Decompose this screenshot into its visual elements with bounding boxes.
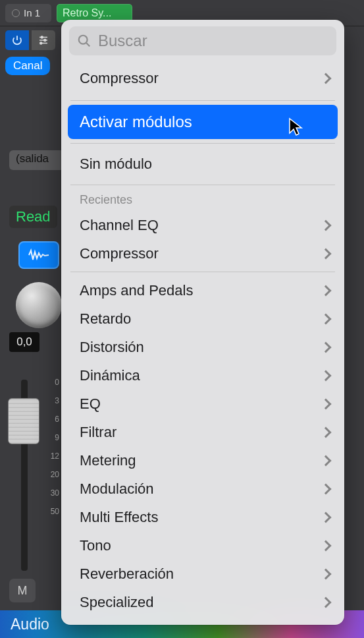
menu-item-label: Activar módulos	[80, 113, 192, 131]
menu-item-label: Tono	[80, 537, 111, 554]
menu-item-reverberacion[interactable]: Reverberación	[61, 560, 344, 588]
menu-item-specialized[interactable]: Specialized	[61, 588, 344, 616]
sliders-icon	[38, 34, 49, 46]
input-indicator-icon	[12, 9, 20, 17]
fader-scale: 0 3 6 9 12 20 30 50	[47, 373, 59, 521]
scale-tick: 9	[47, 428, 59, 447]
search-icon	[77, 34, 91, 48]
svg-point-5	[40, 42, 42, 44]
settings-button[interactable]	[32, 30, 55, 50]
svg-line-7	[86, 43, 90, 46]
menu-item-utility[interactable]: Utility	[61, 616, 344, 625]
menu-item-metering[interactable]: Metering	[61, 446, 344, 475]
separator	[70, 185, 335, 185]
plugin-menu-popover: Compressor Activar módulos Sin módulo Re…	[61, 20, 344, 625]
scale-tick: 50	[47, 502, 59, 521]
recents-header: Recientes	[61, 189, 344, 211]
search-input[interactable]	[98, 32, 328, 50]
scale-tick: 0	[47, 373, 59, 392]
chevron-right-icon	[321, 398, 332, 409]
chevron-right-icon	[321, 540, 332, 551]
svg-point-4	[44, 40, 46, 42]
fader-cap[interactable]	[8, 398, 39, 444]
chevron-right-icon	[321, 248, 332, 259]
pan-readout: 0,0	[9, 332, 39, 352]
chevron-right-icon	[321, 455, 332, 466]
menu-item-label: Channel EQ	[80, 217, 159, 234]
chevron-right-icon	[321, 568, 332, 579]
menu-item-compressor[interactable]: Compressor	[61, 61, 344, 96]
pan-knob[interactable]	[16, 282, 62, 328]
menu-item-activate-modules[interactable]: Activar módulos	[68, 105, 338, 139]
chevron-right-icon	[321, 511, 332, 523]
menu-item-label: Metering	[80, 452, 136, 469]
chevron-right-icon	[321, 483, 332, 494]
menu-item-amps-pedals[interactable]: Amps and Pedals	[61, 276, 344, 304]
scale-tick: 20	[47, 465, 59, 484]
separator	[70, 100, 335, 101]
separator	[70, 272, 335, 272]
channel-type-pill[interactable]: Canal	[5, 57, 50, 75]
menu-item-label: Dinámica	[80, 367, 140, 384]
input-slot[interactable]: In 1	[5, 4, 51, 22]
menu-item-label: Specialized	[80, 594, 154, 611]
power-button[interactable]	[5, 30, 29, 50]
scale-tick: 12	[47, 447, 59, 465]
menu-item-label: Modulación	[80, 480, 154, 498]
search-field-wrap[interactable]	[69, 26, 336, 55]
separator	[70, 143, 335, 144]
menu-item-dinamica[interactable]: − Dinámica	[61, 361, 344, 390]
chevron-right-icon	[321, 219, 332, 231]
menu-item-label: Amps and Pedals	[80, 282, 193, 299]
chevron-right-icon	[321, 596, 332, 608]
svg-point-6	[79, 36, 88, 44]
mute-button[interactable]: M	[9, 579, 36, 602]
scale-tick: 30	[47, 484, 59, 502]
chevron-right-icon	[321, 313, 332, 324]
chevron-right-icon	[321, 426, 332, 438]
chevron-right-icon	[321, 285, 332, 296]
menu-item-distorsion[interactable]: Distorsión	[61, 333, 344, 361]
waveform-tile[interactable]	[18, 241, 59, 269]
waveform-icon	[28, 248, 50, 262]
menu-item-label: Retardo	[80, 310, 131, 328]
menu-list: Compressor Activar módulos Sin módulo Re…	[61, 61, 344, 625]
menu-item-no-module[interactable]: Sin módulo	[61, 148, 344, 181]
menu-item-label: Utility	[80, 622, 115, 625]
menu-item-label: Multi Effects	[80, 509, 158, 526]
menu-item-label: Reverberación	[80, 566, 174, 583]
menu-item-retardo[interactable]: Retardo	[61, 304, 344, 333]
menu-item-modulacion[interactable]: Modulación	[61, 475, 344, 503]
menu-item-tono[interactable]: Tono	[61, 531, 344, 560]
output-slot[interactable]: (salida	[9, 150, 68, 170]
scale-tick: 3	[47, 392, 59, 410]
chevron-right-icon	[321, 341, 332, 353]
menu-item-recent-channel-eq[interactable]: Channel EQ	[61, 211, 344, 239]
menu-item-recent-compressor[interactable]: Compressor	[61, 239, 344, 268]
menu-item-label: Filtrar	[80, 424, 117, 441]
menu-item-label: Distorsión	[80, 339, 144, 356]
instrument-label: Retro Sy...	[63, 7, 111, 19]
menu-item-filtrar[interactable]: Filtrar	[61, 418, 344, 446]
input-label: In 1	[24, 7, 40, 18]
power-icon	[11, 34, 23, 46]
scale-tick: 6	[47, 410, 59, 428]
menu-item-multi-effects[interactable]: Multi Effects	[61, 503, 344, 531]
svg-point-3	[41, 36, 43, 38]
automation-mode[interactable]: Read	[9, 206, 57, 228]
chevron-right-icon	[321, 73, 332, 84]
menu-item-label: Compressor	[80, 245, 159, 262]
menu-item-label: EQ	[80, 395, 101, 413]
menu-item-label: Compressor	[80, 70, 159, 87]
menu-item-eq[interactable]: EQ	[61, 390, 344, 418]
menu-item-label: Sin módulo	[80, 156, 152, 173]
chevron-right-icon	[321, 370, 332, 381]
